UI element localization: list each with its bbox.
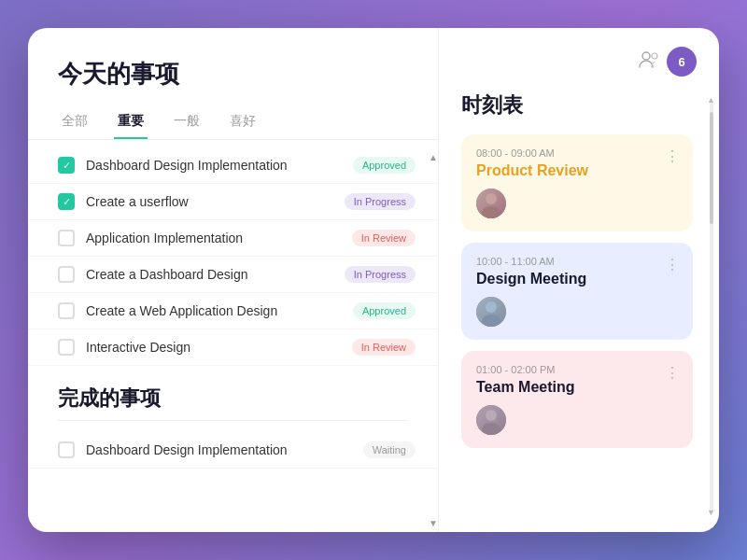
task-item: Interactive Design In Review (28, 329, 438, 366)
user-count-badge[interactable]: 6 (667, 47, 697, 77)
right-scrollbar[interactable] (710, 103, 713, 513)
svg-point-0 (642, 52, 650, 60)
tab-all[interactable]: 全部 (58, 105, 92, 139)
task-name: Create a Dashboard Design (86, 267, 333, 282)
task-item: Create a Web Application Design Approved (28, 293, 438, 329)
schedule-avatar (476, 297, 506, 327)
more-options-icon[interactable]: ⋮ (665, 147, 680, 165)
completed-title: 完成的事项 (58, 385, 408, 413)
main-card: 今天的事项 全部 重要 一般 喜好 ▲ ✓ Dashboard Design I… (28, 28, 719, 532)
task-name: Create a Web Application Design (86, 303, 342, 318)
schedule-time: 01:00 - 02:00 PM (476, 364, 678, 375)
svg-point-2 (486, 193, 497, 204)
avatar-image (476, 297, 506, 327)
scroll-arrow-up-icon[interactable]: ▲ (707, 95, 715, 105)
schedule-title: 时刻表 (461, 91, 697, 119)
users-icon (639, 51, 659, 73)
tab-general[interactable]: 一般 (170, 105, 204, 139)
scroll-arrow-down-icon[interactable]: ▼ (707, 508, 715, 517)
task-name: Application Implementation (86, 231, 341, 245)
task-checkbox[interactable] (58, 339, 75, 356)
schedule-time: 08:00 - 09:00 AM (476, 147, 678, 159)
more-options-icon[interactable]: ⋮ (665, 364, 680, 382)
tab-bar: 全部 重要 一般 喜好 (28, 105, 438, 140)
schedule-name: Design Meeting (476, 271, 678, 287)
schedule-card-design-meeting: ⋮ 10:00 - 11:00 AM Design Meeting (461, 243, 693, 340)
task-checkbox[interactable] (58, 302, 75, 319)
today-title: 今天的事项 (28, 58, 438, 105)
completed-task-checkbox[interactable] (58, 441, 75, 458)
task-name: Interactive Design (86, 340, 341, 355)
task-checkbox[interactable] (58, 266, 75, 283)
schedule-name: Product Review (476, 162, 678, 179)
left-panel: 今天的事项 全部 重要 一般 喜好 ▲ ✓ Dashboard Design I… (28, 28, 439, 532)
scroll-down-indicator: ▼ (429, 513, 438, 532)
task-badge: In Progress (345, 266, 416, 283)
right-panel: 6 时刻表 ⋮ 08:00 - 09:00 AM Product Review (439, 28, 719, 532)
task-badge: In Review (352, 339, 416, 356)
task-badge: Approved (353, 302, 416, 319)
checkmark-icon: ✓ (63, 160, 71, 172)
task-name: Dashboard Design Implementation (86, 158, 342, 173)
checkmark-icon: ✓ (63, 196, 71, 208)
avatar-image (476, 189, 506, 218)
task-list-container: ▲ ✓ Dashboard Design Implementation Appr… (28, 147, 438, 532)
task-name: Create a userflow (86, 194, 333, 209)
right-header: 6 (461, 47, 697, 77)
task-checkbox[interactable]: ✓ (58, 193, 75, 210)
tab-favorite[interactable]: 喜好 (226, 105, 260, 139)
svg-point-6 (486, 410, 497, 421)
task-badge: Approved (353, 157, 416, 174)
more-options-icon[interactable]: ⋮ (665, 256, 680, 273)
task-item: ✓ Dashboard Design Implementation Approv… (28, 147, 438, 184)
scrollbar-thumb[interactable] (710, 112, 713, 224)
task-item: Application Implementation In Review (28, 220, 438, 257)
completed-task-badge: Waiting (363, 441, 416, 458)
schedule-name: Team Meeting (476, 379, 678, 396)
tab-important[interactable]: 重要 (114, 105, 148, 139)
task-checkbox[interactable]: ✓ (58, 157, 75, 174)
task-item: Create a Dashboard Design In Progress (28, 257, 438, 293)
svg-point-7 (482, 423, 500, 435)
task-badge: In Progress (345, 193, 416, 210)
task-item: ✓ Create a userflow In Progress (28, 184, 438, 220)
svg-point-4 (486, 301, 497, 313)
completed-section-divider: 完成的事项 (28, 366, 438, 432)
schedule-time: 10:00 - 11:00 AM (476, 256, 678, 267)
completed-task-name: Dashboard Design Implementation (86, 442, 352, 457)
schedule-avatar (476, 189, 506, 218)
svg-point-1 (652, 53, 657, 59)
task-checkbox[interactable] (58, 230, 75, 246)
scroll-up-indicator: ▲ (429, 147, 438, 166)
schedule-card-team-meeting: ⋮ 01:00 - 02:00 PM Team Meeting (461, 351, 693, 448)
schedule-list: ⋮ 08:00 - 09:00 AM Product Review ⋮ 10:0… (461, 134, 697, 513)
completed-task-item: Dashboard Design Implementation Waiting (28, 432, 438, 469)
divider-line (58, 420, 408, 421)
svg-point-3 (482, 206, 500, 218)
schedule-card-product-review: ⋮ 08:00 - 09:00 AM Product Review (461, 134, 693, 231)
avatar-image (476, 405, 506, 435)
task-badge: In Review (352, 230, 416, 246)
schedule-avatar (476, 405, 506, 435)
svg-point-5 (482, 315, 500, 327)
